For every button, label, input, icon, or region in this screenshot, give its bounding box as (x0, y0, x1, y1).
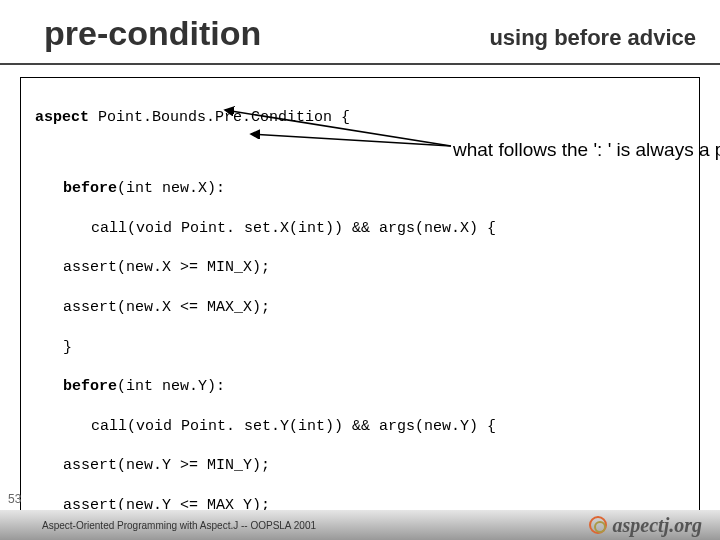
code-text: assert(new.X >= MIN_X); (63, 259, 270, 276)
code-text: call(void Point. set.Y(int)) && args(new… (91, 418, 496, 435)
title-bar: pre-condition using before advice (0, 0, 720, 65)
code-text: assert(new.X <= MAX_X); (63, 299, 270, 316)
aspectj-logo-icon (589, 516, 607, 534)
svg-line-0 (225, 110, 451, 146)
code-text: (int new.X): (117, 180, 225, 197)
slide-number: 53 (8, 492, 21, 506)
code-text: } (63, 339, 72, 356)
footer-bar: Aspect-Oriented Programming with Aspect.… (0, 510, 720, 540)
footer-caption: Aspect-Oriented Programming with Aspect.… (0, 520, 316, 531)
slide-subtitle: using before advice (489, 25, 696, 53)
annotation-text: what follows the ': ' is always a pointc… (453, 138, 703, 162)
slide-title: pre-condition (44, 14, 261, 53)
logo-text: aspectj.org (613, 514, 702, 537)
code-text: call(void Point. set.X(int)) && args(new… (91, 220, 496, 237)
kw-aspect: aspect (35, 109, 89, 126)
kw-before: before (63, 180, 117, 197)
annotation-arrow (221, 106, 461, 152)
code-text: assert(new.Y >= MIN_Y); (63, 457, 270, 474)
code-text: (int new.Y): (117, 378, 225, 395)
code-block: aspect Point.Bounds.Pre.Condition { befo… (20, 77, 700, 540)
logo: aspectj.org (589, 514, 720, 537)
kw-before: before (63, 378, 117, 395)
svg-line-1 (251, 134, 451, 146)
